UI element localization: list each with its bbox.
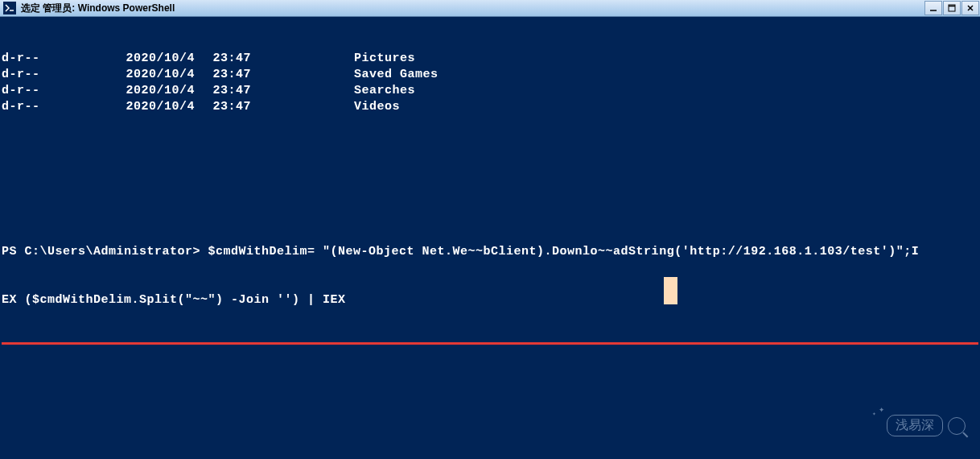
command-prompt-line: PS C:\Users\Administrator> $cmdWithDelim… [2, 244, 978, 260]
listing-row: d-r--2020/10/423:47Saved Games [2, 67, 978, 83]
window-controls [924, 0, 980, 16]
magnifier-icon [948, 417, 966, 435]
powershell-icon [3, 2, 16, 14]
row-filename: Saved Games [340, 67, 439, 83]
row-date: 2020/10/4 [98, 51, 195, 67]
row-time: 23:47 [195, 83, 259, 99]
row-time: 23:47 [195, 51, 259, 67]
row-date: 2020/10/4 [98, 67, 195, 83]
watermark: ✦ ✦ 浅易深 [887, 415, 966, 436]
row-mode: d-r-- [2, 83, 98, 99]
row-length [259, 99, 340, 115]
row-time: 23:47 [195, 67, 259, 83]
row-date: 2020/10/4 [98, 83, 195, 99]
row-mode: d-r-- [2, 67, 98, 83]
row-mode: d-r-- [2, 99, 98, 115]
close-button[interactable] [961, 1, 979, 15]
row-filename: Searches [340, 83, 415, 99]
selection-cursor [664, 277, 677, 304]
row-length [259, 83, 340, 99]
listing-row: d-r--2020/10/423:47Pictures [2, 51, 978, 67]
command-continuation-line: EX ($cmdWithDelim.Split("~~") -Join '') … [2, 292, 978, 308]
listing-row: d-r--2020/10/423:47Searches [2, 83, 978, 99]
row-mode: d-r-- [2, 51, 98, 67]
row-date: 2020/10/4 [98, 99, 195, 115]
window-title: 选定 管理员: Windows PowerShell [19, 2, 924, 15]
row-length [259, 51, 340, 67]
row-filename: Videos [340, 99, 400, 115]
row-time: 23:47 [195, 99, 259, 115]
listing-row: d-r--2020/10/423:47Videos [2, 99, 978, 115]
sparkle-icon: ✦ [872, 410, 876, 417]
terminal-content[interactable]: d-r--2020/10/423:47Picturesd-r--2020/10/… [0, 17, 980, 459]
row-length [259, 67, 340, 83]
directory-listing-top: d-r--2020/10/423:47Picturesd-r--2020/10/… [2, 51, 978, 115]
window-titlebar[interactable]: 选定 管理员: Windows PowerShell [0, 0, 980, 17]
red-underline-annotation [2, 342, 978, 345]
watermark-text: 浅易深 [887, 415, 943, 436]
sparkle-icon: ✦ [879, 403, 884, 416]
maximize-button[interactable] [943, 1, 961, 15]
minimize-button[interactable] [924, 1, 942, 15]
row-filename: Pictures [340, 51, 415, 67]
